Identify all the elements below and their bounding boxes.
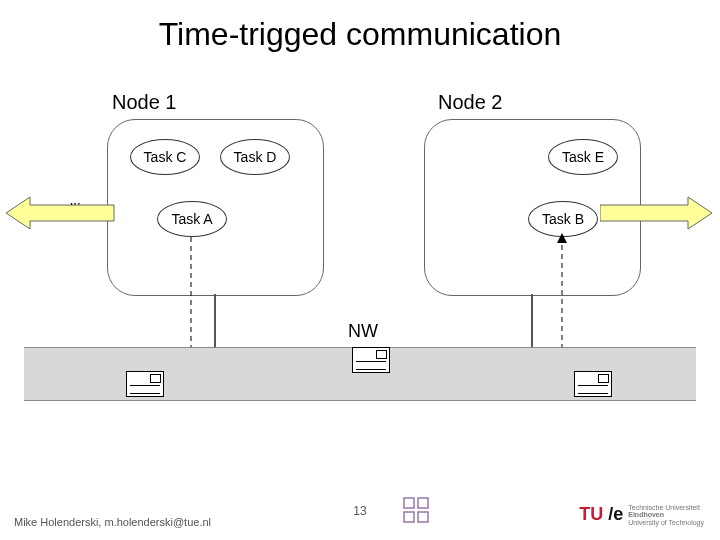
logo-mid-icon xyxy=(398,494,442,526)
logo-text-line3: University of Technology xyxy=(628,519,704,526)
packet-icon xyxy=(126,371,164,397)
svg-rect-5 xyxy=(404,498,414,508)
nw-label: NW xyxy=(348,321,378,342)
logo-tue-slash: /e xyxy=(608,504,623,525)
footer-author: Mike Holenderski, m.holenderski@tue.nl xyxy=(14,516,211,528)
svg-rect-7 xyxy=(404,512,414,522)
slide-title: Time-trigged communication xyxy=(0,16,720,53)
logo-text-line2: Eindhoven xyxy=(628,511,704,518)
logo-tue-mark: TU xyxy=(579,504,603,525)
svg-rect-6 xyxy=(418,498,428,508)
page-number: 13 xyxy=(353,504,366,518)
logo-tue-text: Technische Universiteit Eindhoven Univer… xyxy=(628,504,704,526)
packet-icon xyxy=(574,371,612,397)
packet-icon xyxy=(352,347,390,373)
diagram-area: Node 1 Node 2 Task C Task D Task E Task … xyxy=(0,53,720,453)
logo-tue: TU/e Technische Universiteit Eindhoven U… xyxy=(579,504,704,526)
svg-marker-2 xyxy=(557,233,567,243)
logo-text-line1: Technische Universiteit xyxy=(628,504,704,511)
svg-rect-8 xyxy=(418,512,428,522)
